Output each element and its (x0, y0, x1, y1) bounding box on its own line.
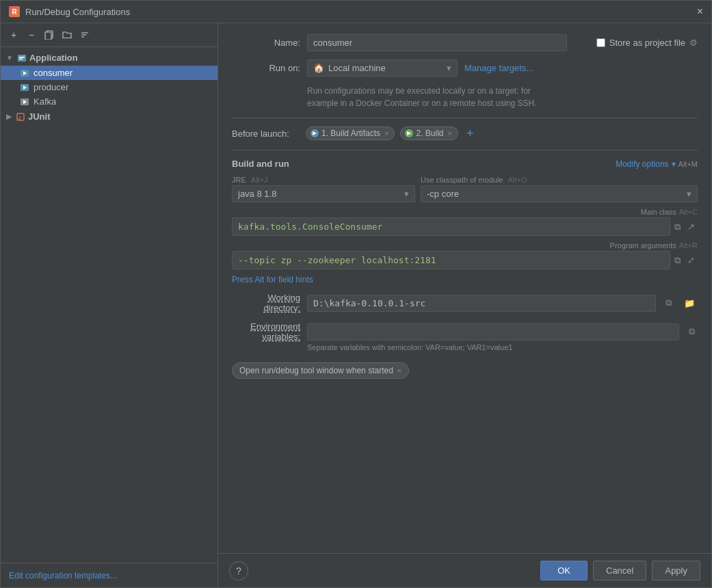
working-dir-input[interactable] (307, 295, 656, 312)
remove-config-button[interactable]: − (24, 27, 39, 42)
edit-templates-link[interactable]: Edit configuration templates... (9, 571, 117, 580)
env-vars-row: Environment variables: ⧉ (232, 321, 698, 342)
toolbar: + − (1, 23, 217, 47)
tree-item-producer[interactable]: producer (1, 80, 217, 94)
application-chevron: ▼ (6, 54, 13, 62)
house-icon: 🏠 (313, 63, 324, 73)
jre-cp-row: java 8 1.8 ▾ -cp core ▾ (232, 185, 698, 202)
apply-button[interactable]: Apply (652, 561, 700, 580)
program-args-input[interactable] (232, 251, 670, 269)
cp-value: -cp core (427, 189, 459, 199)
program-args-container: ⧉ ⤢ (232, 251, 698, 269)
cancel-button[interactable]: Cancel (593, 561, 646, 580)
env-vars-copy-btn[interactable]: ⧉ (686, 325, 698, 338)
env-vars-hint: Separate variables with semicolon: VAR=v… (307, 343, 698, 351)
main-class-input[interactable] (232, 217, 670, 236)
tree-item-consumer[interactable]: consumer (1, 66, 217, 80)
build-run-header: Build and run Modify options ▾ Alt+M (232, 159, 698, 169)
jre-dropdown[interactable]: java 8 1.8 ▾ (232, 185, 415, 202)
env-vars-input[interactable] (307, 323, 679, 340)
main-class-input-container: ⧉ ↗ (232, 217, 698, 236)
svg-text:J: J (18, 115, 21, 121)
program-args-expand-btn[interactable]: ⤢ (685, 254, 698, 267)
jre-label-hint: JRE Alt+J (232, 176, 415, 184)
tree-group-junit[interactable]: ▶ J JUnit (1, 109, 217, 124)
build-artifacts-close[interactable]: × (384, 129, 388, 137)
build-label: 2. Build (416, 129, 443, 138)
svg-rect-1 (45, 32, 51, 40)
folder-button[interactable] (60, 27, 75, 42)
main-class-shortcut: Alt+C (679, 208, 698, 216)
close-button[interactable]: × (697, 6, 703, 17)
modify-options-link[interactable]: Modify options ▾ (616, 159, 675, 169)
add-config-button[interactable]: + (6, 27, 21, 42)
junit-label: JUnit (28, 111, 51, 122)
manage-targets-link[interactable]: Manage targets... (464, 63, 533, 73)
before-launch-row: Before launch: 1. Build Artifacts × 2. B… (232, 126, 698, 140)
main-class-row: Main class Alt+C ⧉ ↗ (232, 208, 698, 236)
open-debug-close[interactable]: × (397, 366, 401, 375)
main-content: + − (1, 23, 711, 587)
application-label: Application (29, 53, 78, 63)
name-input[interactable] (307, 34, 567, 51)
program-args-row: Program arguments Alt+R ⧉ ⤢ (232, 241, 698, 269)
program-args-shortcut: Alt+R (679, 241, 698, 250)
bottom-bar: ? OK Cancel Apply (218, 553, 711, 587)
store-as-project-checkbox[interactable] (596, 38, 605, 47)
svg-rect-7 (19, 58, 23, 59)
sort-button[interactable] (77, 27, 92, 42)
modify-options-container: Modify options ▾ Alt+M (616, 159, 698, 169)
svg-marker-16 (313, 131, 317, 135)
consumer-label: consumer (34, 68, 72, 78)
modify-options-shortcut: Alt+M (678, 160, 698, 168)
main-class-open-btn[interactable]: ↗ (685, 220, 698, 233)
left-panel-footer: Edit configuration templates... (1, 563, 217, 587)
dropdown-arrow-icon: ▾ (447, 63, 451, 73)
right-content: Name: Store as project file ⚙ Run on: 🏠 … (218, 23, 711, 553)
copy-config-button[interactable] (42, 27, 57, 42)
working-dir-copy-btn[interactable]: ⧉ (663, 296, 674, 310)
cp-dropdown-arrow: ▾ (687, 189, 691, 199)
producer-label: producer (34, 82, 68, 92)
working-dir-row: Working directory: ⧉ 📁 (232, 293, 698, 313)
title-bar: R Run/Debug Configurations × (1, 1, 711, 23)
name-label: Name: (232, 38, 300, 48)
build-run-title: Build and run (232, 159, 289, 169)
build-tag: 2. Build × (400, 126, 458, 140)
right-panel: Name: Store as project file ⚙ Run on: 🏠 … (218, 23, 711, 587)
gear-icon[interactable]: ⚙ (689, 38, 698, 48)
env-vars-label: Environment variables: (232, 321, 300, 342)
run-on-dropdown[interactable]: 🏠 Local machine ▾ (307, 59, 458, 77)
jre-shortcut: Alt+J (251, 176, 268, 184)
open-debug-label: Open run/debug tool window when started (239, 366, 393, 375)
junit-icon: J (16, 112, 25, 122)
dialog-title: Run/Debug Configurations (25, 7, 130, 17)
jre-dropdown-arrow: ▾ (404, 189, 409, 199)
tree-area: ▼ Application consumer (1, 47, 217, 563)
cp-dropdown[interactable]: -cp core ▾ (421, 185, 698, 202)
program-args-copy-btn[interactable]: ⧉ (672, 254, 683, 267)
title-bar-left: R Run/Debug Configurations (9, 6, 130, 17)
tree-group-application[interactable]: ▼ Application (1, 50, 217, 66)
modify-chevron-icon: ▾ (672, 159, 676, 169)
working-dir-browse-btn[interactable]: 📁 (681, 297, 698, 310)
help-button[interactable]: ? (229, 561, 248, 580)
producer-icon (20, 83, 29, 92)
local-machine-label: Local machine (328, 63, 386, 73)
press-alt-hint: Press Alt for field hints (232, 275, 698, 284)
hint-text: Run configurations may be executed local… (307, 85, 698, 109)
build-close[interactable]: × (448, 129, 452, 137)
main-class-copy-btn[interactable]: ⧉ (672, 220, 683, 234)
svg-rect-5 (18, 55, 26, 62)
build-icon (405, 129, 413, 137)
name-row: Name: Store as project file ⚙ (232, 34, 698, 51)
cp-label-hint: Use classpath of module Alt+O (421, 176, 698, 184)
run-debug-dialog: R Run/Debug Configurations × + − (0, 0, 712, 588)
run-on-row: Run on: 🏠 Local machine ▾ Manage targets… (232, 59, 698, 77)
tree-item-kafka[interactable]: Kafka (1, 94, 217, 109)
ok-button[interactable]: OK (540, 561, 588, 580)
jre-cp-labels: JRE Alt+J Use classpath of module Alt+O (232, 176, 698, 184)
build-artifacts-icon (311, 129, 319, 137)
add-before-launch-button[interactable]: + (464, 127, 477, 139)
before-launch-label: Before launch: (232, 129, 300, 139)
